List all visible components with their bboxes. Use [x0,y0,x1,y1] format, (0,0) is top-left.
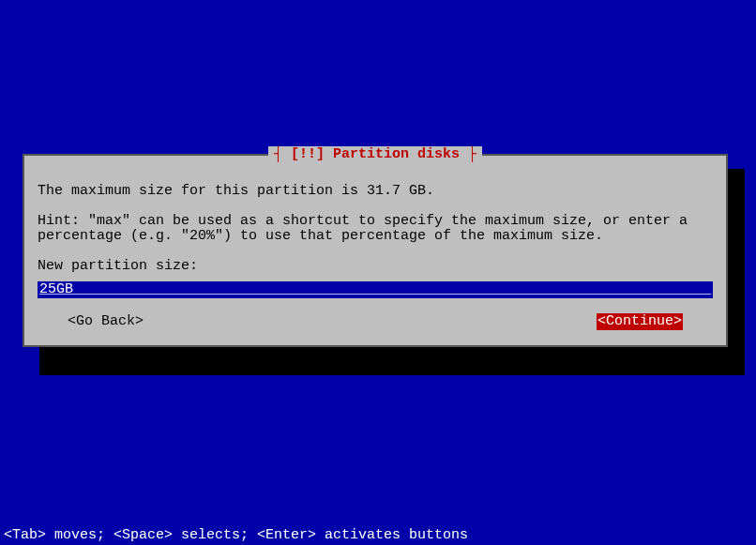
go-back-button[interactable]: <Go Back> [68,313,144,330]
dialog-title-wrap: ┤ [!!] Partition disks ├ [24,146,726,163]
button-row: <Go Back> <Continue> [38,313,713,330]
hint-text: Hint: "max" can be used as a shortcut to… [38,214,713,244]
partition-size-value: 25GB [39,281,73,297]
prompt-label: New partition size: [38,259,713,274]
dialog-title: ┤ [!!] Partition disks ├ [268,146,482,162]
continue-button[interactable]: <Continue> [597,313,683,330]
input-underline: ________________________________________… [39,281,711,298]
partition-dialog: ┤ [!!] Partition disks ├ The maximum siz… [23,154,728,347]
partition-size-input[interactable]: ________________________________________… [38,281,713,298]
status-bar: <Tab> moves; <Space> selects; <Enter> ac… [0,528,756,545]
status-text: <Tab> moves; <Space> selects; <Enter> ac… [4,527,468,543]
max-size-text: The maximum size for this partition is 3… [38,184,713,199]
